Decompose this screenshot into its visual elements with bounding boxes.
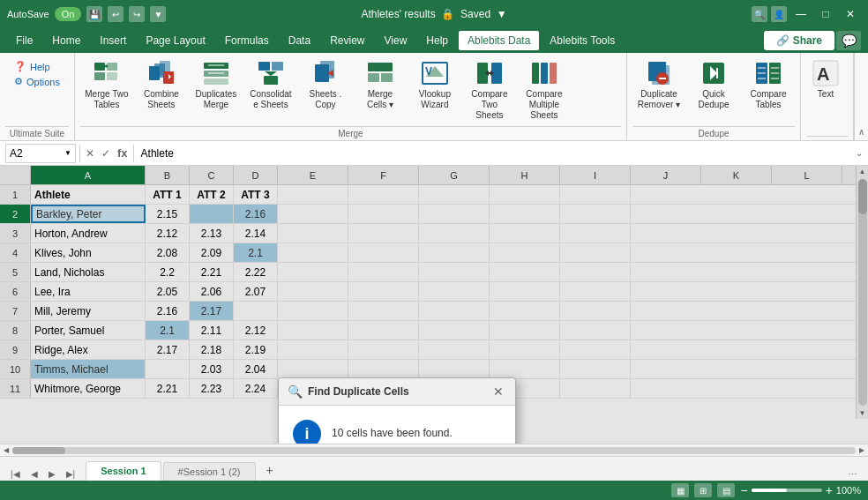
col-header-k[interactable]: K: [701, 166, 772, 184]
cell-g8[interactable]: [419, 321, 490, 340]
cell-c1[interactable]: ATT 2: [190, 185, 234, 204]
page-layout-view-button[interactable]: ⊞: [694, 483, 712, 497]
col-header-j[interactable]: J: [631, 166, 701, 184]
scroll-right-icon[interactable]: ▶: [859, 446, 864, 454]
cell-f1[interactable]: [348, 185, 419, 204]
cell-h7[interactable]: [490, 302, 560, 320]
cell-i1[interactable]: [560, 185, 631, 204]
duplicate-remover-button[interactable]: Duplicate Remover ▾: [632, 56, 685, 113]
zoom-slider[interactable]: [752, 489, 822, 492]
compare-two-sheets-button[interactable]: Compare Two Sheets: [463, 56, 516, 123]
cell-i6[interactable]: [560, 282, 631, 301]
cell-e1[interactable]: [278, 185, 348, 204]
col-header-d[interactable]: D: [234, 166, 278, 184]
menu-home[interactable]: Home: [43, 31, 89, 50]
menu-ablebits-data[interactable]: Ablebits Data: [459, 31, 539, 50]
scroll-up-icon[interactable]: ▲: [857, 166, 868, 177]
share-button[interactable]: 🔗 Share: [764, 31, 834, 50]
cell-g1[interactable]: [419, 185, 490, 204]
cell-h10[interactable]: [490, 360, 560, 378]
cell-c4[interactable]: 2.09: [190, 243, 234, 262]
scroll-thumb-v[interactable]: [858, 179, 867, 214]
close-button[interactable]: ✕: [840, 4, 861, 25]
menu-help[interactable]: Help: [417, 31, 457, 50]
tab-session-1[interactable]: Session 1: [86, 461, 161, 481]
redo-icon[interactable]: ↪: [129, 6, 145, 22]
cell-a10[interactable]: Timms, Michael: [31, 360, 146, 378]
cell-f5[interactable]: [348, 263, 419, 281]
cell-f8[interactable]: [348, 321, 419, 340]
autosave-toggle[interactable]: On: [55, 7, 82, 21]
copy-sheets-button[interactable]: Sheets . Copy: [299, 56, 352, 113]
cell-g9[interactable]: [419, 340, 490, 359]
cell-h3[interactable]: [490, 224, 560, 243]
cell-a3[interactable]: Horton, Andrew: [31, 224, 146, 243]
cell-d4[interactable]: 2.1: [234, 243, 278, 262]
compare-tables-button[interactable]: Compare Tables: [742, 56, 795, 113]
cell-b2[interactable]: 2.15: [146, 205, 190, 223]
cell-d7[interactable]: [234, 302, 278, 320]
menu-file[interactable]: File: [7, 31, 41, 50]
consolidate-sheets-button[interactable]: Consolidate Sheets: [244, 56, 297, 113]
scroll-down-icon[interactable]: ▼: [857, 407, 868, 419]
col-header-b[interactable]: B: [146, 166, 190, 184]
cell-c8[interactable]: 2.11: [190, 321, 234, 340]
options-link[interactable]: ⚙ Options: [12, 75, 62, 88]
confirm-formula-icon[interactable]: ✓: [100, 146, 112, 161]
save-icon[interactable]: 💾: [86, 6, 102, 22]
scroll-thumb-h[interactable]: [12, 447, 65, 454]
cell-b11[interactable]: 2.21: [146, 379, 190, 398]
cell-b4[interactable]: 2.08: [146, 243, 190, 262]
formula-expand-icon[interactable]: ⌄: [856, 148, 863, 158]
menu-insert[interactable]: Insert: [91, 31, 135, 50]
merge-duplicates-button[interactable]: Duplicates Merge: [190, 56, 243, 113]
cell-a8[interactable]: Porter, Samuel: [31, 321, 146, 340]
menu-data[interactable]: Data: [280, 31, 319, 50]
vertical-scrollbar[interactable]: ▲ ▼: [856, 166, 868, 419]
cell-h4[interactable]: [490, 243, 560, 262]
cell-c3[interactable]: 2.13: [190, 224, 234, 243]
cell-f7[interactable]: [348, 302, 419, 320]
cell-e2[interactable]: [278, 205, 348, 223]
cell-c2[interactable]: [190, 205, 234, 223]
col-header-e[interactable]: E: [278, 166, 348, 184]
cell-b6[interactable]: 2.05: [146, 282, 190, 301]
cell-c11[interactable]: 2.23: [190, 379, 234, 398]
col-header-a[interactable]: A: [31, 166, 146, 184]
cell-a4[interactable]: Klives, John: [31, 243, 146, 262]
cell-d1[interactable]: ATT 3: [234, 185, 278, 204]
cell-a7[interactable]: Mill, Jeremy: [31, 302, 146, 320]
cell-d9[interactable]: 2.19: [234, 340, 278, 359]
cell-h6[interactable]: [490, 282, 560, 301]
menu-review[interactable]: Review: [321, 31, 373, 50]
cell-f3[interactable]: [348, 224, 419, 243]
cell-e3[interactable]: [278, 224, 348, 243]
cell-i9[interactable]: [560, 340, 631, 359]
cell-i8[interactable]: [560, 321, 631, 340]
merge-cells-button[interactable]: Merge Cells ▾: [354, 56, 407, 113]
comment-button[interactable]: 💬: [836, 31, 861, 50]
cell-i4[interactable]: [560, 243, 631, 262]
cell-d11[interactable]: 2.24: [234, 379, 278, 398]
cell-i5[interactable]: [560, 263, 631, 281]
menu-ablebits-tools[interactable]: Ablebits Tools: [541, 31, 624, 50]
cell-e7[interactable]: [278, 302, 348, 320]
cell-b3[interactable]: 2.12: [146, 224, 190, 243]
col-header-h[interactable]: H: [490, 166, 560, 184]
scroll-left-icon[interactable]: ◀: [4, 446, 9, 454]
col-header-l[interactable]: L: [772, 166, 842, 184]
cell-a2[interactable]: Barkley, Peter: [31, 205, 146, 223]
cell-a5[interactable]: Land, Nicholas: [31, 263, 146, 281]
cell-e5[interactable]: [278, 263, 348, 281]
cell-g10[interactable]: [419, 360, 490, 378]
cell-i7[interactable]: [560, 302, 631, 320]
cell-d2[interactable]: 2.16: [234, 205, 278, 223]
first-tab-button[interactable]: |◀: [7, 467, 24, 481]
cell-h9[interactable]: [490, 340, 560, 359]
add-sheet-button[interactable]: +: [258, 459, 282, 481]
cell-c6[interactable]: 2.06: [190, 282, 234, 301]
cell-f2[interactable]: [348, 205, 419, 223]
col-header-i[interactable]: I: [560, 166, 631, 184]
cell-a6[interactable]: Lee, Ira: [31, 282, 146, 301]
cell-i11[interactable]: [560, 379, 631, 398]
